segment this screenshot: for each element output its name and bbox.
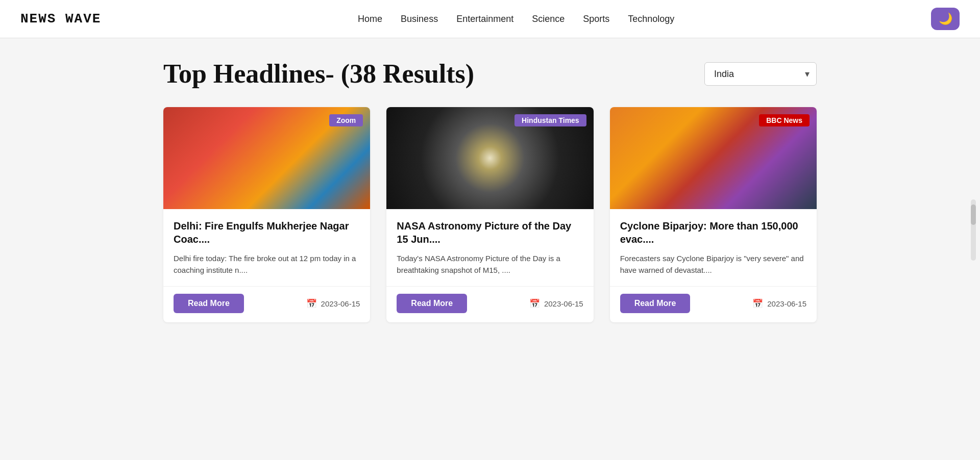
card-1-date-text: 2023-06-15 <box>321 299 360 308</box>
news-card-2: Hindustan Times NASA Astronomy Picture o… <box>386 107 593 322</box>
card-3-date: 📅 2023-06-15 <box>752 298 806 309</box>
card-3-body: Cyclone Biparjoy: More than 150,000 evac… <box>610 209 817 281</box>
dark-mode-button[interactable]: 🌙 <box>931 8 960 30</box>
card-3-read-more[interactable]: Read More <box>620 294 691 313</box>
card-1-description: Delhi fire today: The fire broke out at … <box>174 253 360 276</box>
card-2-body: NASA Astronomy Picture of the Day 15 Jun… <box>386 209 593 281</box>
scroll-thumb[interactable] <box>971 205 976 225</box>
country-select-wrapper: India USA UK Australia Canada <box>704 62 817 86</box>
card-2-title: NASA Astronomy Picture of the Day 15 Jun… <box>397 219 583 246</box>
card-2-description: Today's NASA Astronomy Picture of the Da… <box>397 253 583 276</box>
nav-links: Home Business Entertainment Science Spor… <box>358 14 674 24</box>
card-1-footer: Read More 📅 2023-06-15 <box>163 286 370 322</box>
card-3-footer: Read More 📅 2023-06-15 <box>610 286 817 322</box>
card-1-read-more[interactable]: Read More <box>174 294 244 313</box>
nav-sports[interactable]: Sports <box>583 14 609 24</box>
card-2-date: 📅 2023-06-15 <box>529 298 583 309</box>
card-2-read-more[interactable]: Read More <box>397 294 467 313</box>
scrollbar[interactable] <box>971 199 976 261</box>
card-3-image: BBC News <box>610 107 817 209</box>
navbar: NEWS WAVE Home Business Entertainment Sc… <box>0 0 980 38</box>
page-title: Top Headlines- (38 Results) <box>163 59 474 89</box>
card-3-source-badge: BBC News <box>759 114 810 126</box>
card-2-image: Hindustan Times <box>386 107 593 209</box>
card-3-title: Cyclone Biparjoy: More than 150,000 evac… <box>620 219 806 246</box>
calendar-icon-2: 📅 <box>529 298 540 309</box>
card-1-image: Zoom <box>163 107 370 209</box>
card-2-footer: Read More 📅 2023-06-15 <box>386 286 593 322</box>
card-1-date: 📅 2023-06-15 <box>306 298 360 309</box>
card-1-source-badge: Zoom <box>329 114 363 126</box>
card-2-source-badge: Hindustan Times <box>514 114 586 126</box>
news-card-3: BBC News Cyclone Biparjoy: More than 150… <box>610 107 817 322</box>
cards-grid: Zoom Delhi: Fire Engulfs Mukherjee Nagar… <box>163 107 817 322</box>
calendar-icon-3: 📅 <box>752 298 763 309</box>
card-1-title: Delhi: Fire Engulfs Mukherjee Nagar Coac… <box>174 219 360 246</box>
nav-home[interactable]: Home <box>358 14 382 24</box>
nav-science[interactable]: Science <box>532 14 565 24</box>
country-select[interactable]: India USA UK Australia Canada <box>704 62 817 86</box>
card-3-date-text: 2023-06-15 <box>767 299 806 308</box>
news-card-1: Zoom Delhi: Fire Engulfs Mukherjee Nagar… <box>163 107 370 322</box>
nav-entertainment[interactable]: Entertainment <box>456 14 513 24</box>
nav-business[interactable]: Business <box>401 14 438 24</box>
calendar-icon-1: 📅 <box>306 298 317 309</box>
card-3-description: Forecasters say Cyclone Biparjoy is "ver… <box>620 253 806 276</box>
card-1-body: Delhi: Fire Engulfs Mukherjee Nagar Coac… <box>163 209 370 281</box>
card-2-date-text: 2023-06-15 <box>544 299 583 308</box>
main-content: Top Headlines- (38 Results) India USA UK… <box>133 38 847 343</box>
header-row: Top Headlines- (38 Results) India USA UK… <box>163 59 817 89</box>
nav-technology[interactable]: Technology <box>628 14 674 24</box>
site-logo: NEWS WAVE <box>20 11 101 27</box>
